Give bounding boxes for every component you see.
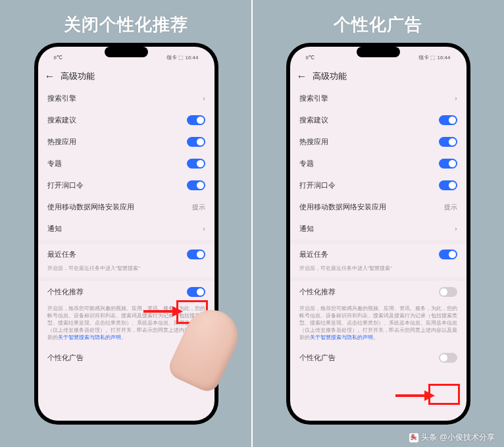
status-right: 领卡 ⬚ 16:44 xyxy=(166,54,198,61)
page-header: ← 高级功能 xyxy=(290,65,466,88)
back-icon[interactable]: ← xyxy=(45,70,55,82)
page-title: 高级功能 xyxy=(313,70,347,82)
screen-right: 8℃ 领卡 ⬚ 16:44 ← 高级功能 搜索引擎 › 搜索建议 xyxy=(290,47,466,421)
logo-icon: 头 xyxy=(409,433,418,442)
back-icon[interactable]: ← xyxy=(297,70,307,82)
row-wake-word[interactable]: 打开润口令 xyxy=(290,174,466,196)
chevron-right-icon: › xyxy=(455,225,457,232)
toggle[interactable] xyxy=(439,115,457,125)
toggle-personal-rec[interactable] xyxy=(439,287,457,297)
chevron-right-icon: › xyxy=(203,225,205,232)
toggle[interactable] xyxy=(439,137,457,147)
recent-sub: 开启后，可在最近任务中进入"智慧搜索" xyxy=(290,265,466,277)
watermark-prefix: 头条 xyxy=(421,432,437,443)
row-topics[interactable]: 专题 xyxy=(38,153,214,174)
row-personal-ads[interactable]: 个性化广告 xyxy=(38,347,214,369)
label: 搜索引擎 xyxy=(47,93,76,103)
caption-right: 个性化广告 xyxy=(334,13,422,36)
chevron-right-icon: › xyxy=(203,95,205,102)
label: 专题 xyxy=(299,159,314,169)
toggle-personal-rec[interactable] xyxy=(187,287,205,297)
row-notify[interactable]: 通知 › xyxy=(290,218,466,240)
hint: 提示 xyxy=(444,203,457,212)
label: 打开润口令 xyxy=(299,180,336,190)
label: 专题 xyxy=(47,159,62,169)
status-left: 8℃ xyxy=(54,55,63,61)
label: 打开润口令 xyxy=(47,180,84,190)
row-install-mobile[interactable]: 使用移动数据网络安装应用 提示 xyxy=(38,196,214,218)
personal-rec-desc: 开启后，推荐您可能感兴趣的视频、应用、资讯、服务，为此，您的帐号信息、设备标识符… xyxy=(290,303,466,346)
row-personal-rec[interactable]: 个性化推荐 xyxy=(38,281,214,303)
toggle[interactable] xyxy=(187,180,205,190)
label: 搜索引擎 xyxy=(299,93,328,103)
toggle[interactable] xyxy=(187,250,205,259)
toggle[interactable] xyxy=(187,137,205,147)
phone-notch xyxy=(357,47,400,57)
label: 最近任务 xyxy=(47,250,76,259)
label: 通知 xyxy=(299,224,314,234)
label: 通知 xyxy=(47,224,62,234)
label: 搜索建议 xyxy=(299,115,328,125)
label: 热搜应用 xyxy=(47,137,76,147)
caption-left: 关闭个性化推荐 xyxy=(64,13,188,36)
row-search-suggest[interactable]: 搜索建议 xyxy=(290,109,466,131)
label: 热搜应用 xyxy=(299,137,328,147)
personal-rec-desc: 开启后，推荐您可能感兴趣的视频、应用、资讯、服务，为此，您的帐号信息、设备标识符… xyxy=(38,303,214,346)
label: 最近任务 xyxy=(299,250,328,259)
row-search-suggest[interactable]: 搜索建议 xyxy=(38,109,214,131)
page-title: 高级功能 xyxy=(61,70,95,82)
toggle[interactable] xyxy=(439,250,457,259)
label: 个性化广告 xyxy=(47,353,84,363)
settings-list: 搜索引擎 › 搜索建议 热搜应用 专题 xyxy=(38,88,214,421)
privacy-link[interactable]: 关于智慧搜索与隐私的声明 xyxy=(310,334,373,340)
right-panel: 个性化广告 8℃ 领卡 ⬚ 16:44 ← 高级功能 搜索引擎 › xyxy=(252,0,504,447)
label: 使用移动数据网络安装应用 xyxy=(47,202,134,212)
toggle[interactable] xyxy=(439,159,457,169)
chevron-right-icon: › xyxy=(455,95,457,102)
phone-mock-right: 8℃ 领卡 ⬚ 16:44 ← 高级功能 搜索引擎 › 搜索建议 xyxy=(286,43,470,425)
recent-sub: 开启后，可在最近任务中进入"智慧搜索" xyxy=(38,265,214,277)
row-hot-apps[interactable]: 热搜应用 xyxy=(290,131,466,153)
watermark-author: @小俊技术分享 xyxy=(440,432,495,443)
screen-left: 8℃ 领卡 ⬚ 16:44 ← 高级功能 搜索引擎 › 搜索建议 xyxy=(38,47,214,421)
toggle[interactable] xyxy=(439,180,457,190)
left-panel: 关闭个性化推荐 8℃ 领卡 ⬚ 16:44 ← 高级功能 搜索引擎 › xyxy=(0,0,252,447)
row-hot-apps[interactable]: 热搜应用 xyxy=(38,131,214,153)
row-notify[interactable]: 通知 › xyxy=(38,218,214,240)
privacy-link[interactable]: 关于智慧搜索与隐私的声明 xyxy=(58,334,121,340)
label: 个性化推荐 xyxy=(47,287,84,297)
phone-notch xyxy=(105,47,148,57)
label: 使用移动数据网络安装应用 xyxy=(299,202,386,212)
toggle[interactable] xyxy=(187,115,205,125)
panel-divider xyxy=(251,0,253,447)
toggle-personal-ads[interactable] xyxy=(439,353,457,363)
row-recent-task[interactable]: 最近任务 xyxy=(38,244,214,265)
status-left: 8℃ xyxy=(306,55,315,61)
settings-list: 搜索引擎 › 搜索建议 热搜应用 专题 xyxy=(290,88,466,421)
row-search-engine[interactable]: 搜索引擎 › xyxy=(290,88,466,109)
row-wake-word[interactable]: 打开润口令 xyxy=(38,174,214,196)
hint: 提示 xyxy=(192,203,205,212)
label: 搜索建议 xyxy=(47,115,76,125)
watermark: 头 头条 @小俊技术分享 xyxy=(409,432,495,443)
label: 个性化广告 xyxy=(299,353,336,363)
toggle[interactable] xyxy=(187,159,205,169)
toggle[interactable] xyxy=(187,353,205,363)
row-personal-rec[interactable]: 个性化推荐 xyxy=(290,281,466,303)
phone-mock-left: 8℃ 领卡 ⬚ 16:44 ← 高级功能 搜索引擎 › 搜索建议 xyxy=(34,43,218,425)
row-install-mobile[interactable]: 使用移动数据网络安装应用 提示 xyxy=(290,196,466,218)
status-right: 领卡 ⬚ 16:44 xyxy=(418,54,450,61)
row-search-engine[interactable]: 搜索引擎 › xyxy=(38,88,214,109)
row-topics[interactable]: 专题 xyxy=(290,153,466,174)
row-personal-ads[interactable]: 个性化广告 xyxy=(290,347,466,369)
row-recent-task[interactable]: 最近任务 xyxy=(290,244,466,265)
page-header: ← 高级功能 xyxy=(38,65,214,88)
label: 个性化推荐 xyxy=(299,287,336,297)
